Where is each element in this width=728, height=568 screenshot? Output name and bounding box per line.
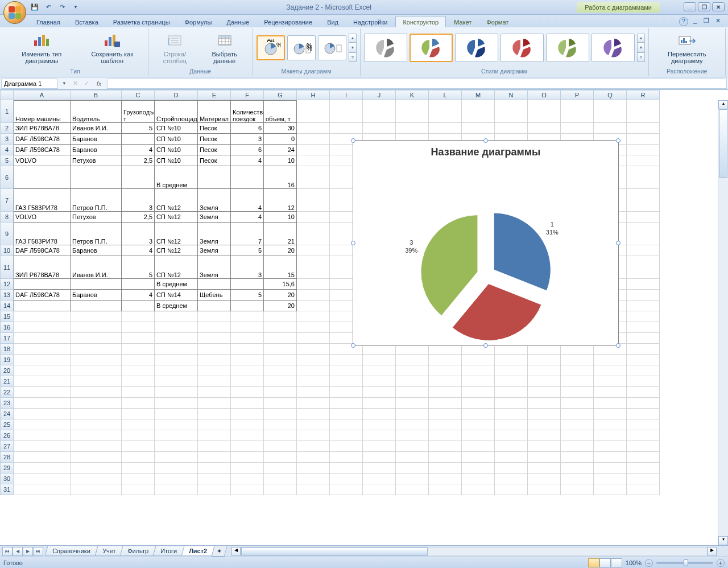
cell[interactable] [155,376,198,387]
cell[interactable] [14,484,71,495]
cell[interactable] [122,134,155,145]
row-header[interactable]: 30 [0,474,14,484]
cell[interactable] [71,484,122,495]
cell[interactable] [297,376,330,387]
cell[interactable] [627,223,660,245]
cell[interactable] [155,419,198,430]
cell[interactable] [594,387,627,398]
ribbon-tab[interactable]: Разметка страницы [106,17,177,27]
cell[interactable] [198,430,231,441]
cell[interactable]: ГАЗ Г583РИ78 [14,189,71,212]
chart-title[interactable]: Название диаграммы [353,146,618,158]
cell[interactable] [198,441,231,452]
cell[interactable] [71,322,122,333]
row-header[interactable]: 20 [0,365,14,376]
row-header[interactable]: 1 [0,100,14,123]
sheet-tab[interactable]: Лист2 [181,546,215,556]
cell[interactable]: 2,5 [122,155,155,166]
cell[interactable] [198,419,231,430]
cell[interactable] [231,452,264,463]
cell[interactable] [122,452,155,463]
cell[interactable] [594,376,627,387]
cell[interactable]: Петухов [71,212,122,223]
cell[interactable]: ГАЗ Г583РИ78 [14,223,71,245]
cell[interactable] [627,344,660,355]
doc-close-icon[interactable]: ✕ [713,17,722,26]
cell[interactable] [122,322,155,333]
cell[interactable] [528,452,561,463]
cell[interactable] [155,387,198,398]
cell[interactable] [627,245,660,256]
doc-restore-icon[interactable]: ❐ [702,17,711,26]
cell[interactable] [71,387,122,398]
column-header[interactable]: F [231,90,264,100]
cell[interactable] [627,145,660,155]
cell[interactable] [231,333,264,344]
cell[interactable] [627,301,660,311]
cell[interactable] [264,387,297,398]
cell[interactable]: В среднем [155,166,198,189]
cell[interactable]: 5 [231,290,264,301]
row-header[interactable]: 29 [0,463,14,474]
chart-style-3[interactable] [455,34,498,62]
row-header[interactable]: 26 [0,430,14,441]
cell[interactable] [396,474,429,484]
cell[interactable]: СП №12 [155,256,198,279]
cell[interactable] [561,484,594,495]
cell[interactable]: 12 [264,189,297,212]
cell[interactable] [155,484,198,495]
cell[interactable] [429,474,462,484]
cell[interactable] [155,333,198,344]
cell[interactable] [594,123,627,134]
column-header[interactable]: N [495,90,528,100]
cell[interactable] [198,376,231,387]
cell[interactable] [297,301,330,311]
horizontal-scrollbar[interactable]: ◀▶ [231,547,717,556]
column-header[interactable]: C [122,90,155,100]
column-header[interactable]: R [627,90,660,100]
chart-style-4[interactable] [500,34,544,62]
cell[interactable] [14,419,71,430]
zoom-in-button[interactable]: + [717,559,725,567]
cell[interactable] [330,452,363,463]
cell[interactable] [297,145,330,155]
cell[interactable] [198,365,231,376]
sheet-tab[interactable]: Итоги [153,546,185,556]
cell[interactable] [264,376,297,387]
cell[interactable] [396,409,429,419]
cell[interactable] [297,212,330,223]
row-header[interactable]: 17 [0,333,14,344]
change-chart-type-button[interactable]: Изменить тип диаграммы [6,30,78,65]
cell[interactable]: Номер машины [14,100,71,123]
cell[interactable]: 20 [264,245,297,256]
cell[interactable] [122,484,155,495]
ribbon-tab[interactable]: Вставка [68,17,105,27]
cell[interactable]: Земля [198,212,231,223]
cell[interactable] [198,311,231,322]
cell[interactable]: 21 [264,223,297,245]
column-header[interactable]: K [396,90,429,100]
cell[interactable]: 15 [264,256,297,279]
cell[interactable] [297,365,330,376]
cell[interactable] [594,430,627,441]
cell[interactable]: 15,6 [264,279,297,290]
column-header[interactable]: A [14,90,71,100]
cell[interactable]: СП №12 [155,212,198,223]
cell[interactable] [561,463,594,474]
cell[interactable] [627,279,660,290]
cell[interactable] [561,365,594,376]
layout-gallery-spinner[interactable]: ▴▾▿ [349,34,357,62]
cell[interactable] [14,365,71,376]
cell[interactable] [231,409,264,419]
cell[interactable] [122,355,155,365]
cell[interactable]: СП №10 [155,123,198,134]
cell[interactable]: 7 [231,223,264,245]
cell[interactable] [297,463,330,474]
cell[interactable] [495,419,528,430]
cell[interactable] [231,398,264,409]
chart-style-2[interactable] [410,34,453,62]
sheet-tab[interactable]: Справочники [45,546,98,556]
cell[interactable] [363,430,396,441]
cell[interactable]: 20 [264,301,297,311]
cell[interactable]: Песок [198,134,231,145]
